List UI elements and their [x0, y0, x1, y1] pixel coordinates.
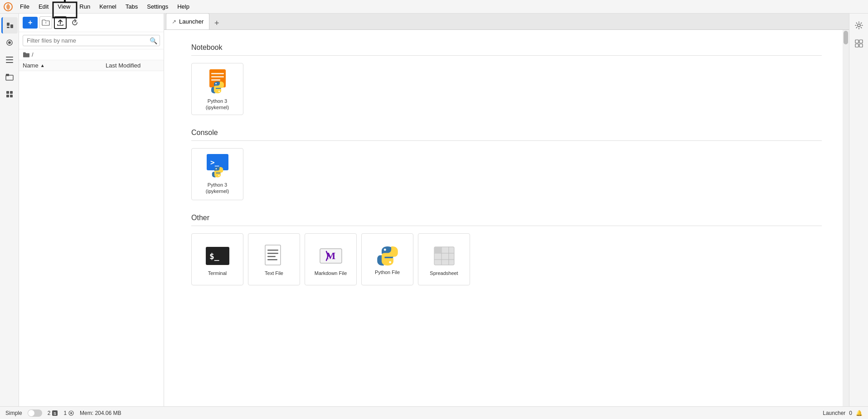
breadcrumb: /: [19, 49, 164, 60]
markdown-icon: M: [318, 243, 344, 269]
terminal-card[interactable]: $_ Terminal: [191, 233, 243, 285]
console-python3-label: Python 3(ipykernel): [206, 182, 229, 195]
menu-file[interactable]: File: [16, 2, 33, 11]
menu-run[interactable]: Run: [76, 2, 94, 11]
other-section-title: Other: [191, 214, 822, 226]
filter-input[interactable]: [23, 35, 160, 46]
spreadsheet-card[interactable]: Spreadsheet: [418, 233, 470, 285]
commands-icon[interactable]: [1, 52, 18, 68]
svg-point-39: [389, 261, 391, 263]
name-column-header[interactable]: Name ▲: [23, 62, 106, 69]
spreadsheet-icon: [432, 243, 457, 269]
svg-rect-3: [7, 27, 10, 28]
svg-rect-34: [267, 256, 276, 257]
add-tab-button[interactable]: +: [210, 17, 223, 29]
file-toolbar: + +: [19, 14, 164, 32]
spreadsheet-label: Spreadsheet: [430, 270, 458, 276]
notebook-section: Notebook: [191, 43, 822, 115]
svg-rect-6: [6, 57, 13, 58]
notebook-python3-card[interactable]: Python 3(ipykernel): [191, 63, 243, 115]
tab-launcher[interactable]: ↗ Launcher: [166, 13, 209, 29]
markdown-label: Markdown File: [315, 270, 347, 276]
svg-point-23: [215, 83, 217, 84]
sort-arrow-icon: ▲: [40, 63, 45, 68]
svg-point-5: [8, 41, 11, 44]
menu-settings[interactable]: Settings: [143, 2, 172, 11]
terminal-label: Terminal: [208, 270, 227, 276]
menubar: File Edit View Run Kernel Tabs Settings …: [0, 0, 868, 14]
name-label: Name: [23, 62, 39, 69]
svg-rect-21: [211, 76, 224, 77]
menu-view[interactable]: View: [54, 2, 74, 11]
svg-rect-1: [7, 23, 10, 26]
memory-usage: Mem: 204.06 MB: [80, 410, 121, 416]
menu-kernel[interactable]: Kernel: [96, 2, 120, 11]
notification-count: 0: [849, 410, 852, 416]
python-file-card[interactable]: Python File: [361, 233, 413, 285]
new-folder-button[interactable]: +: [39, 16, 52, 29]
files-icon[interactable]: [1, 17, 18, 34]
scroll-thumb[interactable]: [844, 31, 848, 44]
tabs-icon[interactable]: [1, 69, 18, 85]
markdown-card[interactable]: M Markdown File: [305, 233, 357, 285]
menu-edit[interactable]: Edit: [35, 2, 52, 11]
svg-rect-31: [265, 245, 281, 265]
svg-rect-14: [10, 95, 13, 97]
launcher-content: Notebook: [164, 30, 849, 419]
svg-rect-35: [267, 259, 277, 260]
last-modified-column-header[interactable]: Last Modified: [106, 62, 160, 69]
console-section: Console >_: [191, 129, 822, 200]
text-file-icon: [262, 243, 287, 269]
file-browser-panel: + +: [19, 14, 164, 419]
refresh-button[interactable]: [68, 16, 81, 29]
console-python3-card[interactable]: >_ Python 3(ipykernel): [191, 148, 243, 200]
svg-rect-45: [434, 247, 441, 253]
terminal-icon: $_: [205, 243, 230, 269]
svg-point-53: [70, 412, 72, 414]
folder-icon: [23, 52, 30, 58]
toggle-knob: [28, 410, 34, 416]
folder-plus-icon: +: [42, 19, 50, 26]
svg-rect-20: [211, 73, 224, 74]
menu-tabs[interactable]: Tabs: [122, 2, 141, 11]
menu-help[interactable]: Help: [174, 2, 193, 11]
new-launcher-button[interactable]: +: [23, 17, 38, 29]
svg-rect-47: [859, 40, 863, 43]
python-file-icon: [376, 244, 399, 268]
svg-rect-10: [6, 74, 9, 76]
mode-toggle[interactable]: [28, 409, 42, 417]
upload-wrapper: [54, 16, 67, 29]
main-scrollbar[interactable]: [843, 30, 849, 419]
svg-rect-33: [267, 253, 278, 254]
extensions-icon[interactable]: [1, 86, 18, 102]
kernel-count: 2 S: [48, 410, 58, 416]
s-icon: S: [52, 410, 58, 416]
svg-rect-2: [10, 24, 13, 28]
running-icon[interactable]: [1, 34, 18, 51]
python-file-label: Python File: [375, 270, 400, 275]
status-right: Launcher 0 🔔: [823, 410, 863, 416]
main-area: ↗ Launcher + Notebook: [164, 14, 849, 419]
last-modified-label: Last Modified: [106, 62, 141, 69]
settings-right-icon[interactable]: [851, 17, 867, 34]
svg-rect-8: [6, 62, 13, 63]
svg-text:+: +: [45, 21, 47, 24]
svg-point-27: [215, 168, 217, 169]
search-icon: 🔍: [150, 37, 157, 44]
bell-icon[interactable]: 🔔: [856, 410, 863, 416]
running-count: 1: [63, 410, 74, 416]
upload-button[interactable]: [54, 16, 67, 29]
text-file-card[interactable]: Text File: [248, 233, 300, 285]
svg-point-28: [218, 175, 219, 176]
notebook-section-title: Notebook: [191, 43, 822, 56]
svg-rect-32: [267, 250, 278, 251]
upload-icon: [57, 19, 63, 26]
text-file-label: Text File: [265, 270, 283, 276]
other-card-grid: $_ Terminal Text File: [191, 233, 822, 285]
mode-label: Simple: [5, 410, 22, 416]
extensions-right-icon[interactable]: [851, 35, 867, 52]
svg-rect-49: [859, 44, 863, 47]
svg-rect-48: [855, 44, 858, 47]
console-section-title: Console: [191, 129, 822, 141]
left-icon-sidebar: [0, 14, 19, 419]
